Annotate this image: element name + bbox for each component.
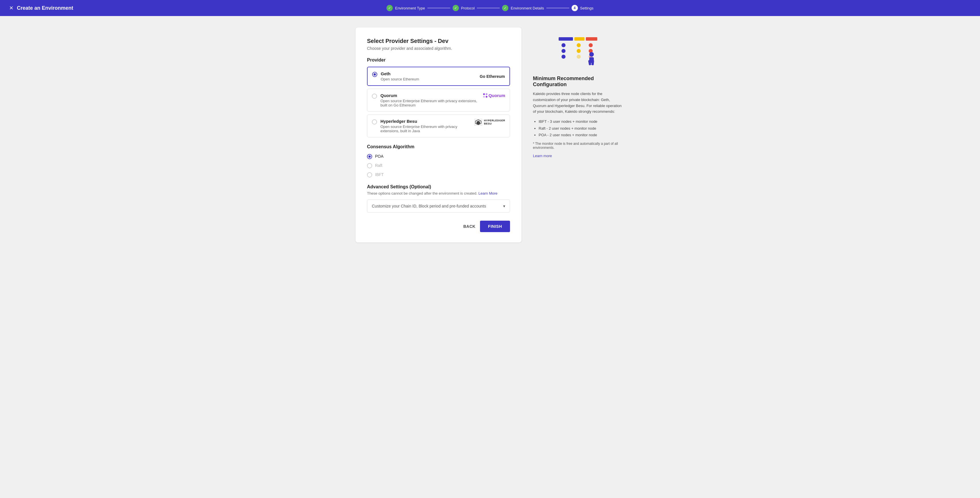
advanced-settings-section: Advanced Settings (Optional) These optio… (367, 184, 510, 213)
quorum-name: Quorum (380, 93, 480, 98)
step-connector-1 (427, 8, 450, 8)
step-1-label: Environment Type (395, 6, 425, 10)
hyperledger-label: HYPERLEDGER (484, 119, 505, 122)
step-settings: 4 Settings (571, 5, 593, 11)
step-check-icon: ✓ (387, 5, 393, 11)
provider-option-quorum[interactable]: Quorum Open source Enterprise Ethereum w… (367, 89, 510, 112)
quorum-logo-text: Quorum (488, 93, 505, 98)
provider-section-label: Provider (367, 57, 510, 63)
info-list: IBFT - 3 user nodes + monitor node Raft … (533, 118, 624, 138)
step-protocol: ✓ Protocol (453, 5, 475, 11)
hyperledger-content: Hyperledger Besu Open source Enterprise … (380, 119, 471, 133)
illustration (533, 34, 624, 69)
svg-rect-3 (558, 37, 573, 41)
advanced-subtitle-text: These options cannot be changed after th… (367, 191, 477, 195)
radio-geth[interactable] (372, 72, 377, 77)
quorum-content: Quorum Open source Enterprise Ethereum w… (380, 93, 480, 107)
svg-rect-18 (591, 60, 594, 65)
finish-button[interactable]: FINISH (480, 221, 510, 232)
advanced-dropdown[interactable]: Customize your Chain ID, Block period an… (367, 200, 510, 213)
hyperledger-besu-text: HYPERLEDGER BESU (484, 119, 505, 125)
radio-raft[interactable] (367, 163, 372, 168)
consensus-section: Consensus Algorithm POA Raft IBFT (367, 144, 510, 177)
consensus-poa[interactable]: POA (367, 153, 510, 159)
back-button[interactable]: BACK (463, 224, 476, 229)
hyperledger-desc: Open source Enterprise Ethereum with pri… (380, 124, 471, 133)
app-header: ✕ Create an Environment ✓ Environment Ty… (0, 0, 980, 16)
svg-point-7 (577, 43, 581, 47)
form-subtitle: Choose your provider and associated algo… (367, 46, 510, 51)
ibft-label: IBFT (375, 172, 383, 177)
info-body: Kaleido provides three node clients for … (533, 91, 624, 115)
step-connector-3 (546, 8, 569, 8)
provider-option-hyperledger[interactable]: Hyperledger Besu Open source Enterprise … (367, 115, 510, 137)
step-connector-2 (477, 8, 500, 8)
geth-badge: Go Ethereum (480, 74, 505, 79)
list-item: POA - 2 user nodes + monitor node (539, 132, 624, 138)
radio-hyperledger[interactable] (372, 119, 377, 124)
svg-point-8 (589, 43, 593, 47)
step-3-label: Environment Details (511, 6, 544, 10)
step-environment-details: ✓ Environment Details (502, 5, 544, 11)
hyperledger-besu-icon (474, 119, 482, 126)
step-2-label: Protocol (461, 6, 475, 10)
info-note: * The monitor node is free and automatic… (533, 142, 624, 150)
list-item: Raft - 2 user nodes + monitor node (539, 125, 624, 132)
close-icon[interactable]: ✕ (9, 5, 13, 11)
advanced-subtitle: These options cannot be changed after th… (367, 191, 510, 195)
stepper: ✓ Environment Type ✓ Protocol ✓ Environm… (387, 5, 593, 11)
advanced-learn-more-link[interactable]: Learn More (479, 191, 498, 195)
quorum-logo: Quorum (483, 93, 505, 98)
info-panel: Minimum Recommended Configuration Kaleid… (533, 27, 624, 165)
main-content: Select Provider Settings - Dev Choose yo… (0, 16, 980, 254)
svg-point-15 (589, 52, 594, 57)
svg-point-13 (577, 55, 581, 59)
form-title: Select Provider Settings - Dev (367, 38, 510, 45)
list-item: IBFT - 3 user nodes + monitor node (539, 118, 624, 125)
chevron-down-icon: ▾ (503, 204, 505, 208)
consensus-raft[interactable]: Raft (367, 163, 510, 168)
step-environment-type: ✓ Environment Type (387, 5, 425, 11)
info-title: Minimum Recommended Configuration (533, 75, 624, 88)
provider-option-geth[interactable]: Geth Open source Ethereum Go Ethereum (367, 67, 510, 86)
learn-more-link[interactable]: Learn more (533, 154, 552, 158)
quorum-dots-icon (483, 93, 487, 97)
consensus-ibft[interactable]: IBFT (367, 172, 510, 177)
form-footer: BACK FINISH (367, 221, 510, 232)
svg-point-10 (577, 49, 581, 53)
poa-label: POA (375, 154, 383, 158)
hyperledger-logo: HYPERLEDGER BESU (474, 119, 505, 126)
advanced-dropdown-text: Customize your Chain ID, Block period an… (372, 204, 486, 208)
illustration-svg (556, 34, 601, 69)
step-check-icon-2: ✓ (453, 5, 459, 11)
svg-point-9 (562, 49, 566, 53)
svg-rect-4 (574, 37, 584, 41)
svg-point-12 (562, 55, 566, 59)
step-4-label: Settings (580, 6, 593, 10)
consensus-label: Consensus Algorithm (367, 144, 510, 149)
svg-rect-5 (586, 37, 597, 41)
radio-poa[interactable] (367, 154, 372, 159)
form-card: Select Provider Settings - Dev Choose yo… (356, 27, 522, 243)
step-4-number: 4 (571, 5, 578, 11)
svg-point-6 (562, 43, 566, 47)
radio-ibft[interactable] (367, 172, 372, 177)
step-check-icon-3: ✓ (502, 5, 508, 11)
hyperledger-name: Hyperledger Besu (380, 119, 471, 124)
quorum-desc: Open source Enterprise Ethereum with pri… (380, 99, 480, 107)
besu-label: BESU (484, 122, 505, 125)
raft-label: Raft (375, 163, 382, 168)
page-title: Create an Environment (17, 5, 73, 11)
radio-quorum[interactable] (372, 94, 377, 99)
advanced-title: Advanced Settings (Optional) (367, 184, 510, 190)
